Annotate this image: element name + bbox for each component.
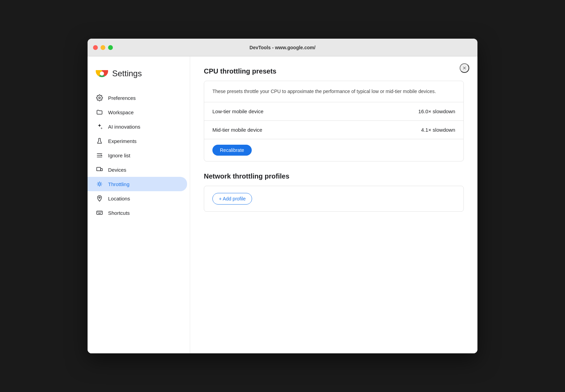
sidebar-item-experiments[interactable]: Experiments — [88, 134, 187, 148]
low-tier-row: Low-tier mobile device 16.0× slowdown — [204, 102, 463, 121]
chrome-logo-icon — [96, 67, 108, 80]
sidebar-item-preferences[interactable]: Preferences — [88, 91, 187, 105]
network-section-title: Network throttling profiles — [204, 172, 464, 180]
cpu-card-actions: Recalibrate — [204, 139, 463, 161]
add-profile-label: + Add profile — [219, 196, 246, 201]
recalibrate-button[interactable]: Recalibrate — [212, 145, 252, 156]
svg-rect-9 — [101, 169, 102, 171]
sidebar-item-devices[interactable]: Devices — [88, 162, 187, 177]
keyboard-icon — [96, 209, 103, 217]
settings-header: Settings — [88, 67, 190, 91]
traffic-lights — [93, 45, 113, 50]
pin-icon — [96, 195, 103, 202]
locations-label: Locations — [108, 196, 130, 201]
flask-icon — [96, 137, 103, 145]
experiments-label: Experiments — [108, 138, 136, 144]
mid-tier-value: 4.1× slowdown — [421, 127, 455, 133]
window-body: Settings Preferences Workspa — [88, 56, 477, 353]
titlebar: DevTools - www.google.com/ — [88, 39, 477, 56]
add-profile-button[interactable]: + Add profile — [212, 193, 252, 205]
throttling-label: Throttling — [108, 181, 130, 187]
ai-innovations-label: AI innovations — [108, 124, 140, 130]
sidebar-item-throttling[interactable]: Throttling — [88, 177, 187, 191]
mid-tier-row: Mid-tier mobile device 4.1× slowdown — [204, 121, 463, 139]
sidebar: Settings Preferences Workspa — [88, 56, 190, 353]
sidebar-item-ai-innovations[interactable]: AI innovations — [88, 119, 187, 134]
folder-icon — [96, 108, 103, 116]
svg-point-10 — [98, 183, 101, 185]
low-tier-label: Low-tier mobile device — [212, 108, 263, 114]
sidebar-item-shortcuts[interactable]: Shortcuts — [88, 206, 187, 220]
svg-rect-12 — [97, 211, 103, 214]
cpu-throttling-card: These presets throttle your CPU to appro… — [204, 81, 464, 161]
devices-label: Devices — [108, 167, 126, 173]
svg-point-3 — [99, 97, 101, 99]
minimize-traffic-light[interactable] — [101, 45, 105, 50]
devtools-window: DevTools - www.google.com/ Settings — [88, 39, 477, 353]
throttle-icon — [96, 180, 103, 188]
mid-tier-label: Mid-tier mobile device — [212, 127, 262, 133]
svg-line-7 — [101, 155, 102, 156]
shortcuts-label: Shortcuts — [108, 210, 130, 216]
spark-icon — [96, 123, 103, 130]
sidebar-item-locations[interactable]: Locations — [88, 191, 187, 206]
preferences-label: Preferences — [108, 95, 136, 101]
close-button[interactable]: × — [460, 63, 469, 73]
network-throttling-card: + Add profile — [204, 186, 464, 212]
window-title: DevTools - www.google.com/ — [250, 45, 316, 50]
cpu-description: These presets throttle your CPU to appro… — [204, 81, 463, 102]
sidebar-item-ignore-list[interactable]: Ignore list — [88, 148, 187, 162]
cpu-section-title: CPU throttling presets — [204, 67, 464, 75]
svg-rect-8 — [97, 167, 101, 171]
main-content: × CPU throttling presets These presets t… — [190, 56, 477, 353]
svg-point-11 — [99, 197, 100, 198]
ignore-icon — [96, 152, 103, 159]
gear-icon — [96, 94, 103, 102]
network-card-actions: + Add profile — [204, 186, 463, 211]
svg-point-2 — [100, 71, 104, 76]
devices-icon — [96, 166, 103, 173]
low-tier-value: 16.0× slowdown — [418, 108, 455, 114]
sidebar-item-workspace[interactable]: Workspace — [88, 105, 187, 119]
workspace-label: Workspace — [108, 109, 134, 115]
close-traffic-light[interactable] — [93, 45, 98, 50]
maximize-traffic-light[interactable] — [108, 45, 113, 50]
ignore-list-label: Ignore list — [108, 153, 130, 158]
settings-title: Settings — [112, 69, 142, 78]
